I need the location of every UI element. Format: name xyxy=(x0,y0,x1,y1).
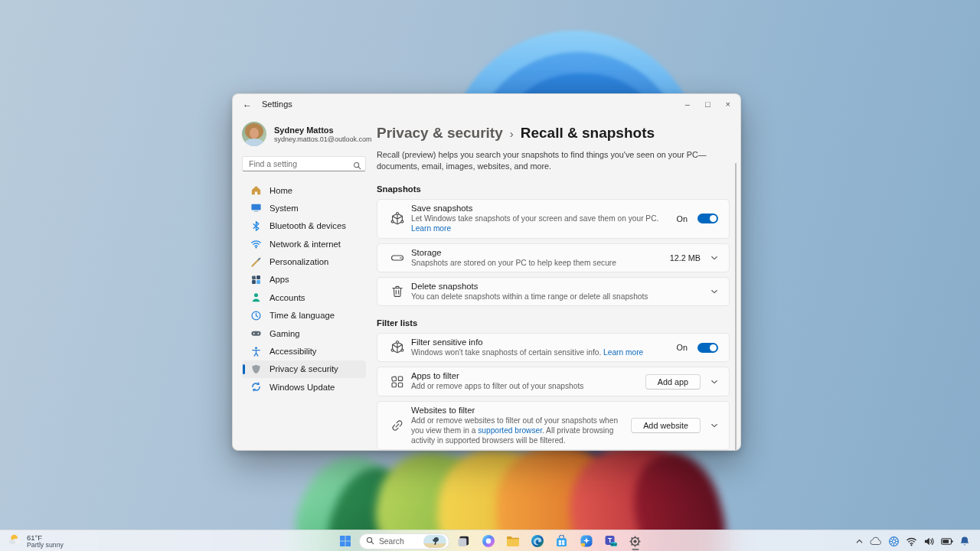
svg-text:NEW: NEW xyxy=(610,543,617,546)
account-profile[interactable]: Sydney Mattos sydney.mattos.01@outlook.c… xyxy=(242,122,366,146)
search-icon xyxy=(353,159,361,173)
save-snapshots-toggle[interactable] xyxy=(697,214,718,223)
file-explorer-icon[interactable] xyxy=(502,531,523,551)
search-highlight-thumbnail xyxy=(423,535,446,548)
battery-icon[interactable] xyxy=(941,537,953,546)
onedrive-cloud-icon[interactable] xyxy=(870,536,882,546)
breadcrumb: Privacy & security › Recall & snapshots xyxy=(377,125,730,142)
brush-icon xyxy=(250,256,262,268)
chevron-down-icon[interactable] xyxy=(710,254,718,262)
row-description: Windows won't take snaphosts of certain … xyxy=(411,347,669,357)
shield-icon xyxy=(250,364,262,375)
sidebar-nav: Home System Bluetooth & devices Network … xyxy=(242,181,366,396)
sidebar-item-windows-update[interactable]: Windows Update xyxy=(242,378,366,396)
row-title: Filter sensitive info xyxy=(411,337,669,347)
learn-more-link[interactable]: Learn more xyxy=(603,348,643,357)
back-button[interactable]: ← xyxy=(243,99,255,109)
chevron-down-icon[interactable] xyxy=(710,378,718,386)
apps-grid-icon xyxy=(384,374,411,390)
edge-icon[interactable] xyxy=(527,531,547,551)
breadcrumb-parent[interactable]: Privacy & security xyxy=(377,125,503,142)
maximize-button[interactable]: □ xyxy=(705,100,710,109)
setting-row-storage[interactable]: Storage Snapshots are stored on your PC … xyxy=(377,243,730,272)
wifi-icon[interactable] xyxy=(906,536,917,546)
sidebar-item-gaming[interactable]: Gaming xyxy=(242,324,366,342)
taskbar-search[interactable]: Search xyxy=(359,533,449,549)
start-button[interactable] xyxy=(335,531,355,551)
settings-sidebar: Sydney Mattos sydney.mattos.01@outlook.c… xyxy=(233,114,377,450)
gamepad-icon xyxy=(250,328,262,339)
search-label: Search xyxy=(379,537,419,546)
teams-icon[interactable]: TNEW xyxy=(600,531,621,551)
setting-row-filter-sensitive-info: Filter sensitive info Windows won't take… xyxy=(377,333,730,362)
chevron-down-icon[interactable] xyxy=(710,288,718,295)
toggle-state-label: On xyxy=(677,343,688,352)
globe-icon[interactable] xyxy=(888,536,900,547)
copilot-icon[interactable] xyxy=(478,531,498,551)
settings-content: Privacy & security › Recall & snapshots … xyxy=(377,114,740,450)
sidebar-item-personalization[interactable]: Personalization xyxy=(242,253,366,271)
clock-icon xyxy=(250,310,262,321)
setting-row-websites-to-filter[interactable]: Websites to filter Add or remove website… xyxy=(377,401,730,451)
add-website-button[interactable]: Add website xyxy=(631,418,701,433)
hidden-icons-chevron[interactable] xyxy=(855,537,864,546)
update-icon xyxy=(250,381,262,393)
search-icon xyxy=(366,534,374,548)
setting-row-apps-to-filter[interactable]: Apps to filter Add or remove apps to fil… xyxy=(377,367,730,396)
setting-row-delete-snapshots[interactable]: Delete snapshots You can delete snapshot… xyxy=(377,277,730,306)
row-title: Apps to filter xyxy=(411,371,638,380)
weather-widget[interactable]: 61°F Partly sunny xyxy=(8,533,64,549)
microsoft-365-copilot-icon[interactable] xyxy=(576,531,596,551)
minimize-button[interactable]: – xyxy=(685,100,690,109)
toggle-state-label: On xyxy=(677,214,688,223)
system-tray xyxy=(855,530,980,551)
sidebar-item-home[interactable]: Home xyxy=(242,181,366,199)
row-title: Websites to filter xyxy=(411,406,623,415)
profile-email: sydney.mattos.01@outlook.com xyxy=(274,135,372,143)
add-app-button[interactable]: Add app xyxy=(645,374,701,390)
taskbar: 61°F Partly sunny Search xyxy=(0,530,980,551)
microsoft-store-icon[interactable] xyxy=(551,531,572,551)
content-scrollbar[interactable] xyxy=(735,163,737,451)
active-app-indicator xyxy=(632,549,639,551)
learn-more-link[interactable]: Learn more xyxy=(411,224,451,233)
sidebar-item-system[interactable]: System xyxy=(242,199,366,217)
breadcrumb-separator: › xyxy=(510,127,514,140)
row-title: Save snapshots xyxy=(411,204,669,213)
filter-sensitive-info-toggle[interactable] xyxy=(697,343,718,353)
row-title: Delete snapshots xyxy=(411,282,703,291)
close-button[interactable]: × xyxy=(726,100,730,109)
settings-taskbar-icon[interactable] xyxy=(625,531,645,551)
page-title: Recall & snapshots xyxy=(521,125,655,142)
monitor-icon xyxy=(250,202,262,214)
task-view-icon[interactable] xyxy=(453,531,474,551)
row-description: Snapshots are stored on your PC to help … xyxy=(411,258,662,268)
toggle-knob xyxy=(710,344,717,351)
section-title-snapshots: Snapshots xyxy=(377,184,730,194)
chevron-down-icon[interactable] xyxy=(710,422,718,429)
link-icon xyxy=(384,418,411,433)
sidebar-item-apps[interactable]: Apps xyxy=(242,271,366,289)
bluetooth-icon xyxy=(250,220,262,232)
find-a-setting-input[interactable] xyxy=(242,156,366,171)
home-icon xyxy=(250,184,262,196)
sidebar-item-bluetooth-devices[interactable]: Bluetooth & devices xyxy=(242,217,366,235)
weather-icon xyxy=(8,533,22,549)
taskbar-center: Search TNEW xyxy=(335,530,645,551)
window-title: Settings xyxy=(262,99,292,109)
sidebar-item-accessibility[interactable]: Accessibility xyxy=(242,343,366,360)
sidebar-item-time-language[interactable]: Time & language xyxy=(242,307,366,324)
row-description: Let Windows take snapshots of your scree… xyxy=(411,214,669,234)
volume-icon[interactable] xyxy=(923,536,935,546)
sidebar-item-network-internet[interactable]: Network & internet xyxy=(242,235,366,253)
avatar xyxy=(242,122,266,146)
storage-value: 12.2 MB xyxy=(670,253,701,262)
supported-browser-link[interactable]: supported browser xyxy=(478,426,542,435)
notification-bell-icon[interactable] xyxy=(959,536,970,546)
sidebar-item-privacy-security[interactable]: Privacy & security xyxy=(242,360,366,378)
sidebar-item-accounts[interactable]: Accounts xyxy=(242,289,366,306)
row-description: Add or remove websites to filter out of … xyxy=(411,416,623,446)
storage-icon xyxy=(384,250,411,266)
profile-name: Sydney Mattos xyxy=(274,125,372,135)
titlebar: ← Settings – □ × xyxy=(233,94,740,114)
